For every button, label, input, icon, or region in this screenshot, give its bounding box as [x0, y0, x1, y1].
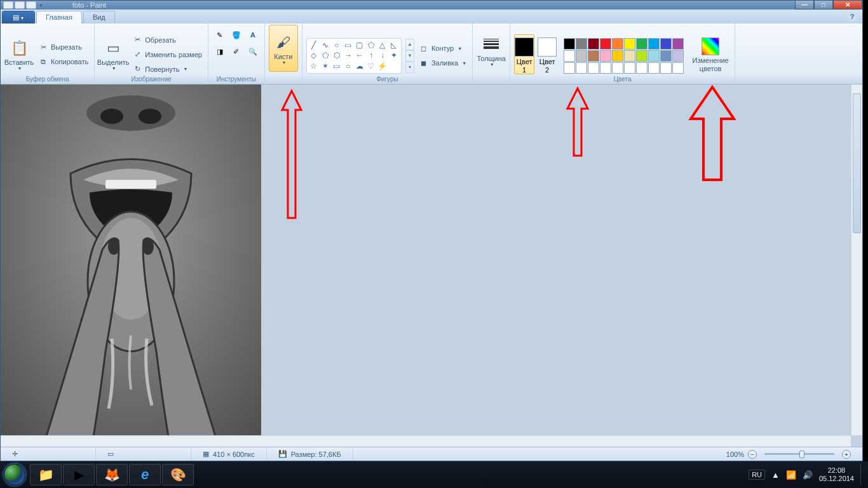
shape-roundrect[interactable]: ▢	[354, 40, 365, 51]
shape-arrowr[interactable]: →	[342, 50, 354, 61]
crop-button[interactable]: ✂Обрезать	[130, 33, 178, 47]
color-swatch-empty[interactable]	[660, 62, 672, 74]
tray-flag-icon[interactable]: ▲	[771, 470, 780, 480]
color-swatch[interactable]	[672, 50, 684, 62]
color-swatch-empty[interactable]	[576, 62, 587, 74]
color-swatch[interactable]	[636, 50, 648, 62]
color-swatch-empty[interactable]	[588, 62, 599, 74]
color-swatch[interactable]	[672, 38, 684, 50]
brushes-button[interactable]: 🖌 Кисти ▼	[269, 25, 298, 72]
color-swatch[interactable]	[600, 50, 611, 62]
color-swatch[interactable]	[624, 38, 635, 50]
copy-button[interactable]: ⧉Копировать	[36, 55, 90, 69]
edit-colors-button[interactable]: Изменение цветов	[690, 31, 731, 78]
shape-curve[interactable]: ∿	[320, 40, 331, 51]
shape-oval[interactable]: ○	[331, 40, 342, 51]
shape-callrect[interactable]: ▭	[331, 61, 342, 72]
color-swatch[interactable]	[648, 38, 660, 50]
scrollbar-horizontal[interactable]	[1, 435, 851, 447]
shapes-scroll-down[interactable]: ▼	[405, 50, 414, 62]
picker-tool[interactable]: ✐	[229, 44, 244, 59]
zoom-slider[interactable]	[764, 453, 834, 455]
color-swatch[interactable]	[612, 38, 623, 50]
qat-dropdown-icon[interactable]: ▼	[39, 3, 43, 8]
shape-arrowl[interactable]: ←	[354, 50, 365, 61]
shape-more[interactable]	[388, 61, 400, 72]
file-tab[interactable]: ▤▼	[2, 11, 35, 24]
color-swatch-empty[interactable]	[624, 62, 635, 74]
qat-save-button[interactable]	[3, 1, 13, 9]
shape-star5[interactable]: ☆	[308, 61, 320, 72]
shapes-expand[interactable]: ▾	[405, 62, 414, 73]
color-swatch-empty[interactable]	[636, 62, 648, 74]
scrollbar-thumb[interactable]	[853, 93, 861, 233]
size-button[interactable]: Толщина ▼	[477, 25, 506, 72]
color-swatch[interactable]	[624, 50, 635, 62]
color-swatch[interactable]	[576, 38, 587, 50]
color-swatch[interactable]	[660, 50, 672, 62]
shape-poly[interactable]: ⬠	[365, 40, 377, 51]
tab-view[interactable]: Вид	[83, 11, 115, 24]
shape-hex[interactable]: ⬡	[331, 50, 342, 61]
fill-tool[interactable]: 🪣	[229, 27, 244, 43]
shape-arrowd[interactable]: ↓	[377, 50, 388, 61]
color-swatch[interactable]	[612, 50, 623, 62]
color2-button[interactable]: Цвет 2	[537, 34, 557, 74]
zoom-tool[interactable]: 🔍	[245, 44, 261, 59]
color-swatch[interactable]	[600, 38, 611, 50]
shape-star6[interactable]: ✶	[320, 61, 331, 72]
pencil-tool[interactable]: ✎	[212, 27, 227, 43]
color-swatch[interactable]	[564, 50, 575, 62]
zoom-slider-thumb[interactable]	[799, 451, 804, 458]
shape-pent[interactable]: ⬠	[320, 50, 331, 61]
shape-rtri[interactable]: ◺	[388, 40, 400, 51]
show-desktop-button[interactable]	[860, 464, 865, 485]
tray-network-icon[interactable]: 📶	[786, 470, 796, 480]
color-swatch-empty[interactable]	[600, 62, 611, 74]
select-button[interactable]: ▭ Выделить ▼	[98, 31, 128, 78]
shape-line[interactable]: ╱	[308, 40, 320, 51]
color-swatch-empty[interactable]	[612, 62, 623, 74]
shape-tri[interactable]: △	[377, 40, 388, 51]
shape-heart[interactable]: ♡	[365, 61, 377, 72]
taskbar-paint[interactable]: 🎨	[162, 464, 194, 485]
taskbar-explorer[interactable]: 📁	[30, 464, 62, 485]
start-button[interactable]	[0, 461, 29, 488]
shape-arrowu[interactable]: ↑	[365, 50, 377, 61]
color-swatch[interactable]	[588, 50, 599, 62]
language-indicator[interactable]: RU	[749, 470, 765, 480]
shape-bolt[interactable]: ⚡	[377, 61, 388, 72]
zoom-in-button[interactable]: +	[842, 450, 851, 459]
shape-gallery[interactable]: ╱∿○▭▢⬠△◺ ◇⬠⬡→←↑↓✦ ☆✶▭○☁♡⚡	[306, 38, 402, 74]
color-swatch-empty[interactable]	[672, 62, 684, 74]
qat-undo-button[interactable]	[15, 1, 25, 9]
taskbar-mediaplayer[interactable]: ▶	[63, 464, 95, 485]
maximize-button[interactable]: □	[814, 1, 833, 10]
qat-redo-button[interactable]	[26, 1, 36, 9]
shape-star4[interactable]: ✦	[388, 50, 400, 61]
color-swatch[interactable]	[660, 38, 672, 50]
color-swatch[interactable]	[648, 50, 660, 62]
shapes-scroll-up[interactable]: ▲	[405, 39, 414, 50]
taskbar-clock[interactable]: 22:08 05.12.2014	[819, 466, 854, 482]
outline-button[interactable]: ◻Контур▼	[417, 41, 464, 55]
workspace[interactable]	[1, 85, 862, 447]
color-swatch[interactable]	[576, 50, 587, 62]
tray-volume-icon[interactable]: 🔊	[803, 470, 813, 480]
eraser-tool[interactable]: ◨	[212, 44, 227, 59]
resize-button[interactable]: ⤢Изменить размер	[130, 48, 204, 62]
color-swatch[interactable]	[636, 38, 648, 50]
color1-button[interactable]: Цвет 1	[514, 34, 534, 74]
color-swatch-empty[interactable]	[564, 62, 575, 74]
tab-home[interactable]: Главная	[36, 11, 82, 24]
text-tool[interactable]: A	[245, 27, 261, 43]
cut-button[interactable]: ✂Вырезать	[36, 40, 84, 54]
zoom-out-button[interactable]: −	[748, 450, 757, 459]
color-swatch-empty[interactable]	[648, 62, 660, 74]
taskbar-firefox[interactable]: 🦊	[96, 464, 128, 485]
shape-calloval[interactable]: ○	[342, 61, 354, 72]
paste-button[interactable]: 📋 Вставить ▼	[4, 31, 34, 78]
fill-button[interactable]: ◼Заливка▼	[417, 56, 468, 70]
shape-diamond[interactable]: ◇	[308, 50, 320, 61]
minimize-button[interactable]: —	[795, 1, 814, 10]
